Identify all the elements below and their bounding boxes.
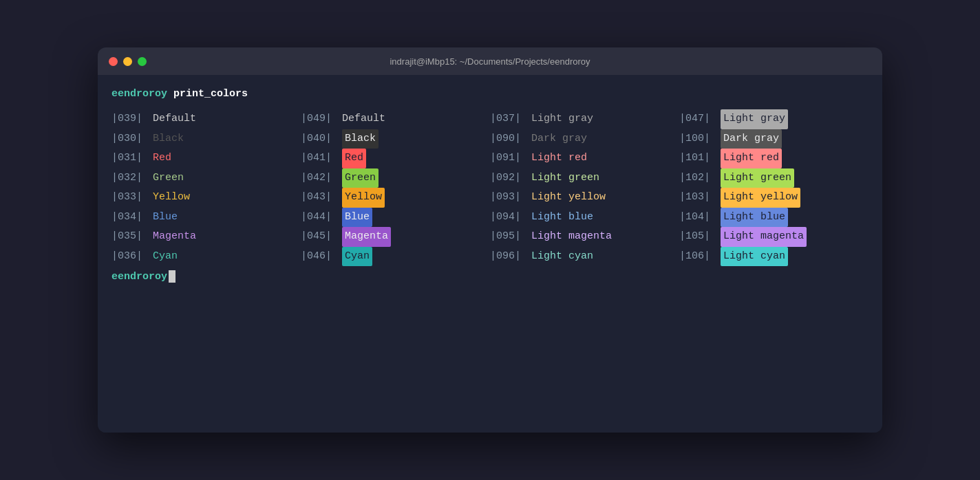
table-row: |030| Black	[111, 129, 301, 149]
color-code: |100|	[679, 129, 721, 149]
close-button[interactable]	[109, 57, 118, 66]
color-code: |095|	[490, 227, 531, 247]
color-label: Light green	[531, 168, 599, 188]
command-line: eendroroy print_colors	[111, 86, 869, 102]
color-code: |102|	[679, 168, 721, 188]
table-row: |035| Magenta	[111, 227, 301, 247]
color-code: |033|	[111, 188, 153, 208]
table-row: |094| Light blue	[490, 208, 679, 228]
table-row: |095| Light magenta	[490, 227, 679, 247]
table-row: |105| Light magenta	[679, 227, 869, 247]
window-title: indrajit@iMbp15: ~/Documents/Projects/ee…	[390, 56, 590, 67]
table-row: |090| Dark gray	[490, 129, 679, 149]
color-label: Light cyan	[531, 247, 593, 267]
color-label: Light gray	[531, 109, 593, 129]
table-row: |103| Light yellow	[679, 188, 869, 208]
color-column-0: |039| Default|030| Black|031| Red|032| G…	[111, 109, 301, 266]
color-code: |093|	[490, 188, 531, 208]
table-row: |039| Default	[111, 109, 301, 129]
color-code: |041|	[301, 149, 342, 168]
color-code: |042|	[301, 168, 342, 188]
color-label: Black	[342, 129, 379, 149]
color-code: |044|	[301, 208, 342, 228]
bottom-prompt-name: eendroroy	[111, 271, 167, 283]
color-code: |032|	[111, 168, 153, 188]
color-label: Green	[153, 168, 184, 188]
color-code: |039|	[111, 109, 153, 129]
table-row: |047| Light gray	[679, 109, 869, 129]
color-code: |105|	[679, 227, 721, 247]
table-row: |100| Dark gray	[679, 129, 869, 149]
table-row: |034| Blue	[111, 208, 301, 228]
color-code: |031|	[111, 149, 153, 168]
table-row: |104| Light blue	[679, 208, 869, 228]
color-label: Black	[153, 129, 184, 149]
color-label: Default	[153, 109, 196, 129]
color-code: |094|	[490, 208, 531, 228]
table-row: |044| Blue	[301, 208, 490, 228]
color-label: Light blue	[721, 208, 788, 228]
color-column-3: |047| Light gray|100| Dark gray|101| Lig…	[679, 109, 869, 266]
minimize-button[interactable]	[123, 57, 132, 66]
color-code: |030|	[111, 129, 153, 149]
color-code: |096|	[490, 247, 531, 267]
color-label: Blue	[342, 208, 372, 228]
color-code: |040|	[301, 129, 342, 149]
color-code: |103|	[679, 188, 721, 208]
color-code: |091|	[490, 149, 531, 168]
table-row: |045| Magenta	[301, 227, 490, 247]
prompt-line: eendroroy	[111, 270, 869, 283]
color-code: |035|	[111, 227, 153, 247]
table-row: |042| Green	[301, 168, 490, 188]
table-row: |101| Light red	[679, 149, 869, 168]
color-label: Blue	[153, 208, 178, 228]
color-code: |043|	[301, 188, 342, 208]
color-label: Yellow	[153, 188, 190, 208]
table-row: |091| Light red	[490, 149, 679, 168]
table-row: |036| Cyan	[111, 247, 301, 267]
color-label: Light magenta	[531, 227, 612, 247]
color-label: Light yellow	[721, 188, 800, 208]
color-label: Yellow	[342, 188, 385, 208]
color-code: |034|	[111, 208, 153, 228]
color-code: |045|	[301, 227, 342, 247]
terminal-window: indrajit@iMbp15: ~/Documents/Projects/ee…	[98, 47, 882, 433]
prompt-name: eendroroy	[111, 88, 167, 100]
color-code: |049|	[301, 109, 342, 129]
table-row: |093| Light yellow	[490, 188, 679, 208]
color-label: Light blue	[531, 208, 593, 228]
table-row: |106| Light cyan	[679, 247, 869, 267]
color-code: |090|	[490, 129, 531, 149]
color-table: |039| Default|030| Black|031| Red|032| G…	[111, 109, 869, 266]
color-code: |036|	[111, 247, 153, 267]
color-label: Light red	[721, 149, 782, 168]
color-label: Red	[153, 149, 171, 168]
color-label: Red	[342, 149, 366, 168]
color-label: Cyan	[153, 247, 178, 267]
color-code: |092|	[490, 168, 531, 188]
table-row: |049| Default	[301, 109, 490, 129]
color-column-1: |049| Default|040| Black|041| Red|042| G…	[301, 109, 490, 266]
table-row: |033| Yellow	[111, 188, 301, 208]
color-label: Default	[342, 109, 385, 129]
table-row: |096| Light cyan	[490, 247, 679, 267]
color-label: Light gray	[721, 109, 788, 129]
traffic-lights	[109, 57, 147, 66]
color-code: |104|	[679, 208, 721, 228]
command-text: print_colors	[173, 88, 248, 100]
color-label: Magenta	[153, 227, 196, 247]
color-label: Cyan	[342, 247, 372, 267]
table-row: |041| Red	[301, 149, 490, 168]
maximize-button[interactable]	[138, 57, 147, 66]
color-code: |037|	[490, 109, 531, 129]
table-row: |040| Black	[301, 129, 490, 149]
color-label: Dark gray	[721, 129, 782, 149]
color-code: |101|	[679, 149, 721, 168]
color-code: |046|	[301, 247, 342, 267]
table-row: |046| Cyan	[301, 247, 490, 267]
table-row: |092| Light green	[490, 168, 679, 188]
color-label: Light red	[531, 149, 587, 168]
table-row: |102| Light green	[679, 168, 869, 188]
titlebar: indrajit@iMbp15: ~/Documents/Projects/ee…	[98, 47, 882, 75]
table-row: |031| Red	[111, 149, 301, 168]
